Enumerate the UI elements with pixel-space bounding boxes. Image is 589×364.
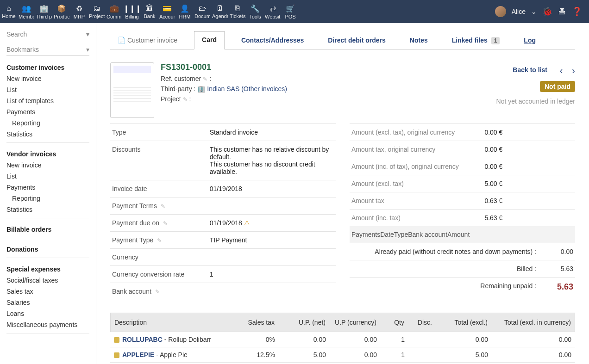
sidebar-link[interactable]: Payments xyxy=(0,182,96,193)
amount-row: Amount tax, original currency0.00 € xyxy=(350,141,575,158)
line-row: ROLLUPABC - Rollup Dolibarr0%0.000.0010.… xyxy=(110,332,575,347)
bookmarks-select[interactable]: Bookmarks▾ xyxy=(6,44,89,56)
product-ref-link[interactable]: ROLLUPABC xyxy=(122,336,163,343)
detail-row: Payment Terms ✎ xyxy=(110,197,336,214)
details-left-column: TypeStandard invoiceDiscountsThis custom… xyxy=(110,123,336,300)
sidebar-link[interactable]: New invoice xyxy=(0,160,96,171)
edit-icon[interactable]: ✎ xyxy=(155,289,160,295)
nav-billing[interactable]: ❙❙❙Billing xyxy=(123,0,141,23)
detail-row: Bank account ✎ xyxy=(110,283,336,300)
search-select[interactable]: Search▾ xyxy=(6,29,89,40)
amount-row: Amount (excl. tax)5.00 € xyxy=(350,175,575,192)
sidebar-link[interactable]: Sales tax xyxy=(0,286,96,297)
amount-row: Amount tax0.63 € xyxy=(350,192,575,209)
detail-row: Invoice date01/19/2018 xyxy=(110,180,336,197)
nav-members[interactable]: 👥Members xyxy=(18,0,35,23)
tab-direct-debit-orders[interactable]: Direct debit orders xyxy=(320,32,393,49)
print-icon[interactable]: 🖶 xyxy=(558,7,566,17)
sidebar-section-title[interactable]: Special expenses xyxy=(0,261,96,275)
sidebar-link[interactable]: Salaries xyxy=(0,297,96,308)
payments-header-row: PaymentsDateTypeBank accountAmount xyxy=(350,226,575,243)
sidebar-link[interactable]: List of templates xyxy=(0,95,96,106)
product-icon xyxy=(114,352,119,358)
sidebar-link[interactable]: Miscellaneous payments xyxy=(0,319,96,330)
nav-products[interactable]: 📦Products xyxy=(53,0,70,23)
top-nav: ⌂Home👥Members🏢Third parties📦Products♻MRP… xyxy=(0,0,589,23)
help-icon[interactable]: ❓ xyxy=(572,6,582,17)
sidebar-section-title[interactable]: Customer invoices xyxy=(0,59,96,73)
sidebar-link[interactable]: Statistics xyxy=(0,129,96,140)
sidebar-link[interactable]: Reporting xyxy=(0,117,96,129)
amount-row: Amount (excl. tax), original currency0.0… xyxy=(350,123,575,141)
bug-icon[interactable]: 🐞 xyxy=(542,6,552,17)
sidebar-link[interactable]: Statistics xyxy=(0,204,96,215)
tab-customer-invoice[interactable]: 📄 Customer invoice xyxy=(110,32,185,49)
edit-icon[interactable]: ✎ xyxy=(203,76,207,82)
sidebar-section-title[interactable]: Donations xyxy=(0,241,96,255)
document-thumbnail[interactable] xyxy=(110,62,154,118)
user-menu-caret[interactable]: ⌄ xyxy=(531,8,537,15)
sidebar-link[interactable]: Payments xyxy=(0,106,96,117)
prev-arrow-icon[interactable]: ‹ xyxy=(560,65,563,76)
sidebar-link[interactable]: List xyxy=(0,84,96,95)
edit-icon[interactable]: ✎ xyxy=(157,237,162,244)
nav-mrp[interactable]: ♻MRP xyxy=(70,0,88,23)
warning-icon: ⚠ xyxy=(242,219,250,227)
edit-icon[interactable]: ✎ xyxy=(163,220,168,227)
ledger-status: Not yet accounted in ledger xyxy=(496,98,575,105)
sidebar-link[interactable]: New invoice xyxy=(0,73,96,84)
line-row: APPLEPIE - Apple Pie12.5%5.000.0015.000.… xyxy=(110,347,575,363)
content-area: 📄 Customer invoiceCardContacts/Addresses… xyxy=(96,23,589,364)
amount-row: Amount (inc. tax)5.63 € xyxy=(350,209,575,226)
tab-contacts-addresses[interactable]: Contacts/Addresses xyxy=(234,32,311,49)
nav-commerce[interactable]: 💼Commerce xyxy=(106,0,123,23)
summary-row: Already paid (without credit notes and d… xyxy=(350,243,575,260)
detail-row: Payment due on ✎01/19/2018 ⚠ xyxy=(110,214,336,231)
sidebar-link[interactable]: List xyxy=(0,171,96,182)
tabs-bar: 📄 Customer invoiceCardContacts/Addresses… xyxy=(110,31,575,49)
edit-icon[interactable]: ✎ xyxy=(161,203,165,210)
nav-agenda[interactable]: 🗓Agenda xyxy=(211,0,229,23)
sidebar-section-title[interactable]: Vendor invoices xyxy=(0,146,96,160)
building-icon: 🏢 xyxy=(197,85,205,93)
detail-row: TypeStandard invoice xyxy=(110,123,336,141)
nav-accounting[interactable]: 💳Accounting xyxy=(158,0,176,23)
detail-row: Payment Type ✎TIP Payment xyxy=(110,231,336,248)
user-name[interactable]: Alice xyxy=(512,8,526,15)
nav-pos[interactable]: 🛒POS xyxy=(282,0,299,23)
status-badge: Not paid xyxy=(540,81,575,92)
product-ref-link[interactable]: APPLEPIE xyxy=(122,351,154,358)
nav-tickets[interactable]: ⎘Tickets xyxy=(229,0,246,23)
summary-row: Billed :5.63 xyxy=(350,260,575,277)
nav-websites[interactable]: ⇄Websites xyxy=(264,0,282,23)
tab-log[interactable]: Log xyxy=(516,32,543,49)
nav-hrm[interactable]: 👤HRM xyxy=(176,0,194,23)
nav-projects[interactable]: 🗂Projects xyxy=(88,0,106,23)
sidebar-section-title[interactable]: Billable orders xyxy=(0,221,96,235)
sidebar-link[interactable]: Reporting xyxy=(0,193,96,204)
amount-row: Amount (inc. of tax), original currency0… xyxy=(350,158,575,175)
nav-third-parties[interactable]: 🏢Third parties xyxy=(35,0,53,23)
other-invoices-link[interactable]: (Other invoices) xyxy=(241,85,287,93)
next-arrow-icon[interactable]: › xyxy=(572,65,575,76)
sidebar-link[interactable]: Loans xyxy=(0,308,96,319)
edit-icon[interactable]: ✎ xyxy=(183,96,188,103)
tab-notes[interactable]: Notes xyxy=(402,32,435,49)
reference: FS1301-0001 xyxy=(161,62,287,72)
nav-bank[interactable]: 🏛Bank xyxy=(141,0,158,23)
nav-tools[interactable]: 🔧Tools xyxy=(246,0,264,23)
detail-row: DiscountsThis customer has no relative d… xyxy=(110,141,336,180)
details-right-column: Amount (excl. tax), original currency0.0… xyxy=(350,123,575,300)
nav-documents[interactable]: 🗁Documents xyxy=(194,0,211,23)
lines-header-row: Description Sales tax U.P. (net) U.P (cu… xyxy=(110,313,575,332)
detail-row: Currency conversion rate1 xyxy=(110,265,336,283)
third-party-link[interactable]: Indian SAS xyxy=(207,85,239,93)
tab-card[interactable]: Card xyxy=(194,31,225,49)
chevron-down-icon: ▾ xyxy=(86,46,89,53)
back-to-list-link[interactable]: Back to list xyxy=(513,66,547,74)
nav-home[interactable]: ⌂Home xyxy=(0,0,18,23)
sidebar-link[interactable]: Social/fiscal taxes xyxy=(0,275,96,286)
tab-linked-files[interactable]: Linked files 1 xyxy=(445,32,508,49)
left-sidebar: Search▾ Bookmarks▾ Customer invoicesNew … xyxy=(0,23,96,364)
avatar[interactable] xyxy=(495,6,506,17)
